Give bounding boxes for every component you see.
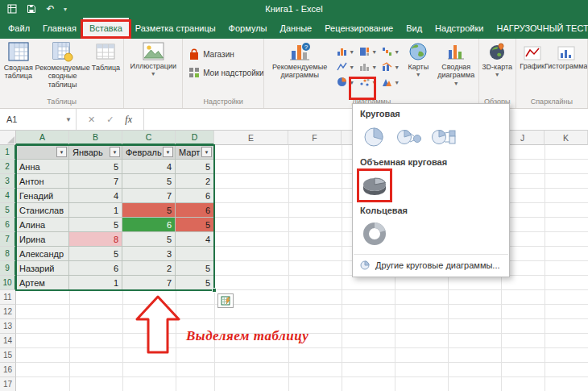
col-header-c[interactable]: C xyxy=(122,131,176,145)
table-cell[interactable]: 5 xyxy=(176,261,214,276)
row-header[interactable]: 12 xyxy=(0,305,16,319)
row-header[interactable]: 11 xyxy=(0,290,16,305)
table-cell[interactable]: Александр xyxy=(16,247,69,261)
sparkline-line-button[interactable]: График xyxy=(517,40,548,70)
filter-button[interactable]: ▼ xyxy=(110,147,120,157)
tab-insert[interactable]: Вставка xyxy=(83,18,129,39)
col-header-e[interactable]: E xyxy=(214,131,288,145)
table-cell[interactable]: 6 xyxy=(69,261,122,276)
table-cell[interactable]: Январь▼ xyxy=(69,145,122,160)
table-cell[interactable]: Назарий xyxy=(16,261,69,276)
tab-review[interactable]: Рецензирование xyxy=(318,18,400,39)
table-cell[interactable]: 5 xyxy=(69,160,122,174)
row-header[interactable]: 7 xyxy=(0,232,16,247)
table-cell[interactable]: 6 xyxy=(122,218,176,232)
table-cell[interactable]: ▼ xyxy=(16,145,69,160)
table-cell[interactable]: 4 xyxy=(69,189,122,203)
save-icon[interactable] xyxy=(25,3,37,15)
row-header[interactable]: 14 xyxy=(0,334,16,348)
table-cell[interactable]: 7 xyxy=(122,189,176,203)
insert-function-button[interactable]: fx xyxy=(125,114,132,126)
col-header-a[interactable]: A xyxy=(16,131,69,145)
row-header[interactable]: 1 xyxy=(0,145,16,160)
insert-line-chart-button[interactable]: ▼ xyxy=(334,59,357,74)
row-header[interactable]: 10 xyxy=(0,276,16,290)
doughnut-option[interactable] xyxy=(358,218,391,249)
row-header[interactable]: 17 xyxy=(0,377,16,391)
filter-button[interactable]: ▼ xyxy=(56,147,67,157)
table-cell[interactable]: 4 xyxy=(122,160,176,174)
sparkline-column-button[interactable]: Гистограмма xyxy=(548,40,585,70)
filter-button[interactable]: ▼ xyxy=(201,147,212,157)
filter-button[interactable]: ▼ xyxy=(163,147,173,157)
table-cell[interactable]: 5 xyxy=(176,160,214,174)
store-button[interactable]: Магазин xyxy=(188,48,264,60)
table-cell[interactable]: 5 xyxy=(69,218,122,232)
map-3d-button[interactable]: 3D-карта ▼ xyxy=(480,40,515,77)
row-header[interactable]: 2 xyxy=(0,160,16,174)
table-cell[interactable]: Артем xyxy=(16,276,69,290)
insert-scatter-chart-button[interactable]: ▼ xyxy=(357,74,379,89)
table-cell[interactable]: 1 xyxy=(69,203,122,218)
table-cell[interactable]: 8 xyxy=(69,232,122,247)
row-header[interactable]: 8 xyxy=(0,247,16,261)
row-header[interactable]: 6 xyxy=(0,218,16,232)
table-cell[interactable]: 5 xyxy=(122,232,176,247)
tab-data[interactable]: Данные xyxy=(273,18,318,39)
table-cell[interactable]: 4 xyxy=(176,232,214,247)
row-header[interactable]: 16 xyxy=(0,363,16,377)
tab-home[interactable]: Главная xyxy=(36,18,83,39)
quick-analysis-button[interactable] xyxy=(217,293,234,308)
tab-view[interactable]: Вид xyxy=(400,18,429,39)
pie-option[interactable] xyxy=(358,122,391,152)
table-cell[interactable]: Март▼ xyxy=(176,145,214,160)
table-cell[interactable]: Февраль▼ xyxy=(122,145,176,160)
insert-surface-chart-button[interactable]: ▼ xyxy=(379,74,402,89)
more-pie-charts-item[interactable]: Другие круговые диаграммы... xyxy=(353,256,509,274)
cancel-icon[interactable]: ✕ xyxy=(88,114,95,125)
table-cell[interactable]: 5 xyxy=(176,218,214,232)
name-box-caret-icon[interactable]: ▼ xyxy=(65,116,72,123)
col-header-f[interactable]: F xyxy=(288,131,342,145)
table-cell[interactable]: Ирина xyxy=(16,232,69,247)
insert-hierarchy-chart-button[interactable]: ▼ xyxy=(357,44,379,59)
tab-load-test[interactable]: НАГРУЗОЧНЫЙ ТЕСТ xyxy=(490,18,588,39)
row-header[interactable]: 4 xyxy=(0,189,16,203)
table-cell[interactable]: 1 xyxy=(69,276,122,290)
table-cell[interactable]: Антон xyxy=(16,174,69,189)
table-cell[interactable] xyxy=(176,247,214,261)
table-cell[interactable]: 5 xyxy=(122,203,176,218)
table-cell[interactable]: Анна xyxy=(16,160,69,174)
insert-statistic-chart-button[interactable]: ▼ xyxy=(357,59,379,74)
bar-of-pie-option[interactable] xyxy=(428,122,460,152)
tab-addins[interactable]: Надстройки xyxy=(429,18,490,39)
insert-combo-chart-button[interactable]: ▼ xyxy=(379,59,402,74)
recommended-charts-button[interactable]: ? Рекомендуемые диаграммы xyxy=(265,40,334,80)
recommended-pivots-button[interactable]: Рекомендуемые сводные таблицы xyxy=(36,40,89,89)
table-cell[interactable]: 7 xyxy=(122,276,176,290)
table-cell[interactable]: 3 xyxy=(122,247,176,261)
tab-formulas[interactable]: Формулы xyxy=(222,18,274,39)
table-button[interactable]: Таблица xyxy=(89,40,123,72)
insert-waterfall-chart-button[interactable]: ▼ xyxy=(379,44,402,59)
pie-of-pie-option[interactable] xyxy=(393,122,425,152)
name-box[interactable]: A1 ▼ xyxy=(0,109,77,130)
table-cell[interactable]: 7 xyxy=(69,174,122,189)
table-cell[interactable]: 6 xyxy=(176,189,214,203)
row-header[interactable]: 13 xyxy=(0,319,16,334)
table-cell[interactable]: 5 xyxy=(122,174,176,189)
undo-icon[interactable]: ↶ xyxy=(44,3,56,15)
col-header-b[interactable]: B xyxy=(69,131,122,145)
illustrations-button[interactable]: Иллюстрации ▼ xyxy=(125,40,181,77)
select-all-corner[interactable] xyxy=(0,131,16,145)
pie-3d-option[interactable] xyxy=(358,170,391,201)
enter-icon[interactable]: ✓ xyxy=(106,114,114,125)
col-header-k[interactable]: K xyxy=(545,131,588,145)
col-header-d[interactable]: D xyxy=(176,131,214,145)
table-cell[interactable]: 5 xyxy=(69,247,122,261)
table-cell[interactable]: Алина xyxy=(16,218,69,232)
my-addins-button[interactable]: Мои надстройки ▼ xyxy=(188,67,264,78)
row-header[interactable]: 5 xyxy=(0,203,16,218)
tab-file[interactable]: Файл xyxy=(2,18,36,39)
table-cell[interactable]: 5 xyxy=(176,276,214,290)
